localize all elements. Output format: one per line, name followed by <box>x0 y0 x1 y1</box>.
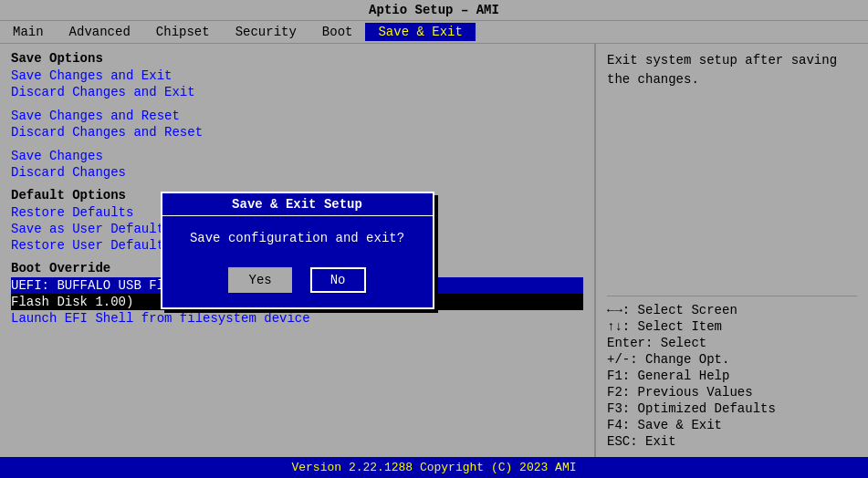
version-text: Version 2.22.1288 Copyright (C) 2023 AMI <box>291 461 576 474</box>
key-legend: ←→: Select Screen↑↓: Select ItemEnter: S… <box>607 296 857 450</box>
section-header-save-options: Save Options <box>11 51 583 66</box>
right-panel: Exit system setup after saving the chang… <box>594 44 868 457</box>
key-legend-item: ESC: Exit <box>607 433 857 450</box>
key-legend-item: ↑↓: Select Item <box>607 318 857 335</box>
key-legend-item: ←→: Select Screen <box>607 302 857 318</box>
spacer <box>11 100 583 108</box>
main-content: Save OptionsSave Changes and ExitDiscard… <box>0 44 868 457</box>
option-discard-changes-exit[interactable]: Discard Changes and Exit <box>11 84 583 100</box>
menu-item-boot[interactable]: Boot <box>309 23 366 41</box>
title-text: Aptio Setup – AMI <box>369 3 499 17</box>
option-discard-changes[interactable]: Discard Changes <box>11 164 583 181</box>
app-container: Aptio Setup – AMI MainAdvancedChipsetSec… <box>0 0 868 478</box>
title-bar: Aptio Setup – AMI <box>0 0 868 20</box>
dialog-title: Save & Exit Setup <box>162 193 433 216</box>
menu-bar: MainAdvancedChipsetSecurityBootSave & Ex… <box>0 20 868 44</box>
menu-item-main[interactable]: Main <box>0 23 57 41</box>
yes-btn[interactable]: Yes <box>228 267 291 293</box>
key-legend-item: F3: Optimized Defaults <box>607 400 857 417</box>
key-legend-item: +/-: Change Opt. <box>607 351 857 368</box>
help-text: Exit system setup after saving the chang… <box>607 51 857 288</box>
option-save-changes[interactable]: Save Changes <box>11 148 583 164</box>
option-launch-efi-shell[interactable]: Launch EFI Shell from filesystem device <box>11 310 583 327</box>
bottom-bar: Version 2.22.1288 Copyright (C) 2023 AMI <box>0 457 868 478</box>
option-discard-changes-reset[interactable]: Discard Changes and Reset <box>11 124 583 140</box>
menu-item-save-exit[interactable]: Save & Exit <box>365 23 475 41</box>
key-legend-item: Enter: Select <box>607 335 857 351</box>
spacer <box>11 140 583 148</box>
menu-item-advanced[interactable]: Advanced <box>57 23 143 41</box>
left-panel: Save OptionsSave Changes and ExitDiscard… <box>0 44 594 457</box>
dialog-message: Save configuration and exit? <box>162 216 433 260</box>
option-save-changes-exit[interactable]: Save Changes and Exit <box>11 68 583 84</box>
no-btn[interactable]: No <box>310 267 366 293</box>
key-legend-item: F4: Save & Exit <box>607 417 857 433</box>
save-exit-dialog[interactable]: Save & Exit Setup Save configuration and… <box>161 192 434 309</box>
menu-item-chipset[interactable]: Chipset <box>143 23 223 41</box>
menu-item-security[interactable]: Security <box>223 23 309 41</box>
option-save-changes-reset[interactable]: Save Changes and Reset <box>11 108 583 124</box>
dialog-buttons: YesNo <box>162 260 433 307</box>
key-legend-item: F1: General Help <box>607 368 857 384</box>
key-legend-item: F2: Previous Values <box>607 384 857 400</box>
